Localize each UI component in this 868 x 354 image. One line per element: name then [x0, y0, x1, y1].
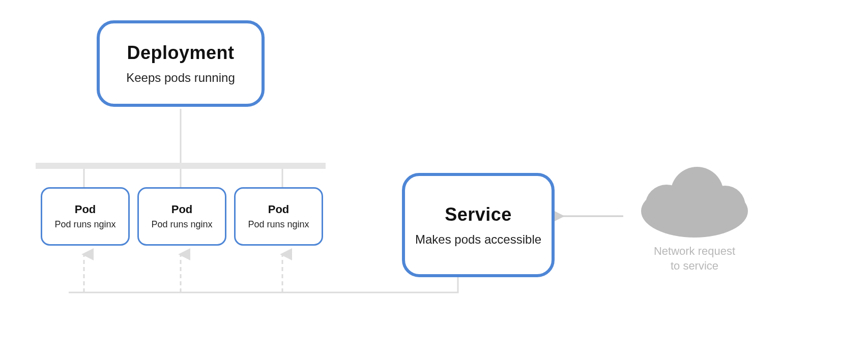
cloud-icon	[641, 167, 748, 238]
pod-subtitle: Pod runs nginx	[54, 219, 115, 230]
service-box: Service Makes pods accessible	[402, 173, 555, 277]
pod-box-1: Pod Pod runs nginx	[41, 187, 130, 246]
pod-subtitle: Pod runs nginx	[151, 219, 212, 230]
pod-title: Pod	[268, 203, 290, 216]
deployment-title: Deployment	[127, 42, 234, 64]
svg-point-7	[645, 185, 688, 227]
pod-title: Pod	[171, 203, 193, 216]
connector-service-to-pods	[69, 277, 458, 292]
pods-bar	[36, 163, 326, 169]
service-subtitle: Makes pods accessible	[415, 232, 541, 247]
pod-subtitle: Pod runs nginx	[248, 219, 309, 230]
deployment-subtitle: Keeps pods running	[126, 71, 235, 85]
pod-box-3: Pod Pod runs nginx	[234, 187, 323, 246]
service-title: Service	[445, 204, 512, 225]
cloud-label: Network request to service	[628, 244, 761, 273]
svg-point-8	[671, 167, 724, 220]
pod-box-2: Pod Pod runs nginx	[137, 187, 226, 246]
cloud-label-line2: to service	[671, 259, 718, 272]
pod-title: Pod	[75, 203, 96, 216]
svg-point-6	[641, 185, 748, 238]
deployment-box: Deployment Keeps pods running	[97, 20, 265, 107]
svg-point-9	[705, 186, 745, 226]
cloud-label-line1: Network request	[654, 245, 735, 257]
